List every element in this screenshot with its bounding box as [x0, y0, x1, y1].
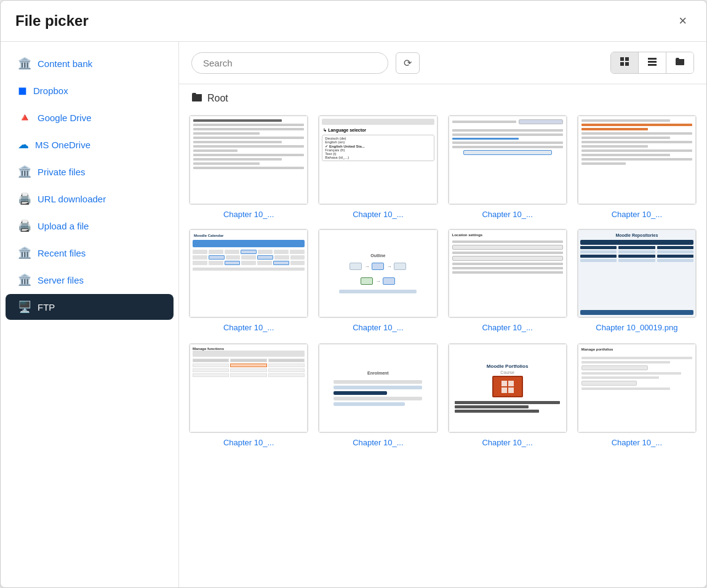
svg-rect-5 [648, 61, 657, 63]
file-name-7: Chapter 10_... [482, 323, 532, 332]
svg-rect-10 [508, 387, 514, 393]
onedrive-icon: ☁ [18, 138, 29, 151]
sidebar-item-private-files[interactable]: 🏛️ Private files [6, 159, 174, 185]
file-card-11[interactable]: Moodle Portfolios Course [448, 343, 567, 447]
file-picker-modal: File picker × 🏛️ Content bank ◼ Dropbox … [0, 0, 707, 588]
sidebar-label-ftp: FTP [38, 302, 55, 312]
breadcrumb: Root [179, 84, 706, 110]
file-card-1[interactable]: Chapter 10_... [189, 115, 308, 219]
modal-title: File picker [15, 12, 89, 30]
toolbar: ⟳ [179, 42, 706, 84]
upload-file-icon: 🖨️ [18, 219, 31, 232]
file-card-9[interactable]: Manage functions [189, 343, 308, 447]
file-card-5[interactable]: Moodle Calendar [189, 229, 308, 334]
refresh-button[interactable]: ⟳ [396, 52, 420, 74]
file-thumb-3 [448, 115, 567, 205]
sidebar-label-dropbox: Dropbox [33, 85, 68, 96]
sidebar-label-upload-file: Upload a file [38, 221, 89, 231]
modal-header: File picker × [1, 1, 706, 42]
file-thumb-2: ↳ Language selector Deutsch (de) English… [318, 115, 437, 205]
view-folder-button[interactable] [666, 52, 693, 73]
file-thumb-6: Outline → → → [318, 229, 437, 319]
modal-body: 🏛️ Content bank ◼ Dropbox 🔺 Google Drive… [1, 42, 706, 587]
sidebar-item-google-drive[interactable]: 🔺 Google Drive [6, 105, 174, 130]
file-thumb-12: Manage portfolios [577, 343, 697, 433]
svg-rect-6 [648, 64, 657, 66]
sidebar-label-url-downloader: URL downloader [38, 194, 106, 204]
sidebar-item-ftp[interactable]: 🖥️ FTP [6, 294, 174, 320]
svg-rect-1 [625, 57, 629, 61]
sidebar: 🏛️ Content bank ◼ Dropbox 🔺 Google Drive… [1, 42, 179, 587]
sidebar-item-ms-onedrive[interactable]: ☁ MS OneDrive [6, 132, 174, 157]
sidebar-item-recent-files[interactable]: 🏛️ Recent files [6, 240, 174, 266]
ftp-icon: 🖥️ [18, 300, 31, 314]
list-view-icon [647, 57, 657, 66]
file-thumb-4 [577, 115, 697, 205]
file-card-12[interactable]: Manage portfolios Chapter 10_... [577, 343, 697, 447]
sidebar-label-private-files: Private files [38, 167, 86, 177]
private-files-icon: 🏛️ [18, 165, 31, 178]
svg-rect-8 [508, 381, 514, 386]
sidebar-item-dropbox[interactable]: ◼ Dropbox [6, 77, 174, 103]
sidebar-label-google-drive: Google Drive [38, 113, 92, 123]
search-input[interactable] [191, 52, 388, 74]
file-name-4: Chapter 10_... [612, 210, 662, 219]
google-drive-icon: 🔺 [18, 111, 31, 124]
main-content: ⟳ [179, 42, 706, 587]
file-thumb-7: Location settings [448, 229, 567, 319]
server-files-icon: 🏛️ [18, 273, 31, 287]
file-name-3: Chapter 10_... [482, 210, 532, 219]
file-thumb-11: Moodle Portfolios Course [448, 343, 567, 433]
svg-rect-3 [625, 62, 629, 66]
file-card-10[interactable]: Enrolment Chapter 10_... [318, 343, 437, 447]
sidebar-item-url-downloader[interactable]: 🖨️ URL downloader [6, 186, 174, 212]
file-name-8: Chapter 10_00019.png [596, 323, 677, 333]
file-name-10: Chapter 10_... [353, 438, 403, 447]
svg-rect-2 [620, 62, 624, 66]
file-name-2: Chapter 10_... [353, 210, 403, 219]
file-name-5: Chapter 10_... [223, 323, 274, 332]
file-card-2[interactable]: ↳ Language selector Deutsch (de) English… [318, 115, 437, 219]
file-thumb-5: Moodle Calendar [189, 229, 308, 319]
view-list-button[interactable] [639, 52, 666, 73]
file-thumb-10: Enrolment [318, 343, 437, 433]
file-card-3[interactable]: Chapter 10_... [448, 115, 567, 219]
grid-view-icon [620, 57, 629, 66]
sidebar-label-server-files: Server files [38, 275, 84, 285]
dropbox-icon: ◼ [18, 84, 27, 97]
breadcrumb-path: Root [207, 93, 228, 104]
close-button[interactable]: × [674, 10, 692, 31]
view-toggle-group [610, 52, 694, 74]
svg-rect-9 [501, 387, 507, 393]
file-name-6: Chapter 10_... [353, 323, 403, 332]
file-card-4[interactable]: Chapter 10_... [577, 115, 697, 219]
file-name-11: Chapter 10_... [482, 438, 532, 447]
file-thumb-1 [189, 115, 308, 205]
sidebar-label-recent-files: Recent files [38, 248, 86, 258]
svg-rect-7 [501, 381, 507, 386]
file-name-12: Chapter 10_... [612, 438, 662, 447]
content-bank-icon: 🏛️ [18, 57, 31, 70]
file-card-7[interactable]: Location settings [448, 229, 567, 334]
view-grid-button[interactable] [611, 52, 639, 73]
sidebar-item-server-files[interactable]: 🏛️ Server files [6, 267, 174, 293]
recent-files-icon: 🏛️ [18, 246, 31, 260]
svg-rect-4 [648, 58, 657, 60]
sidebar-item-content-bank[interactable]: 🏛️ Content bank [6, 50, 174, 76]
folder-view-icon [675, 57, 685, 66]
file-grid: Chapter 10_... ↳ Language selector Deuts… [179, 110, 706, 587]
file-card-6[interactable]: Outline → → → [318, 229, 437, 334]
file-thumb-9: Manage functions [189, 343, 308, 433]
file-thumb-8: Moodle Repositories [577, 229, 697, 319]
file-name-1: Chapter 10_... [223, 210, 274, 219]
svg-rect-0 [620, 57, 624, 61]
file-card-8[interactable]: Moodle Repositories Chapter 10_00019.p [577, 229, 697, 334]
sidebar-label-content-bank: Content bank [38, 58, 92, 69]
sidebar-item-upload-file[interactable]: 🖨️ Upload a file [6, 213, 174, 239]
file-name-9: Chapter 10_... [223, 438, 274, 447]
url-downloader-icon: 🖨️ [18, 192, 31, 205]
breadcrumb-folder-icon [191, 92, 202, 105]
sidebar-label-onedrive: MS OneDrive [35, 140, 90, 150]
